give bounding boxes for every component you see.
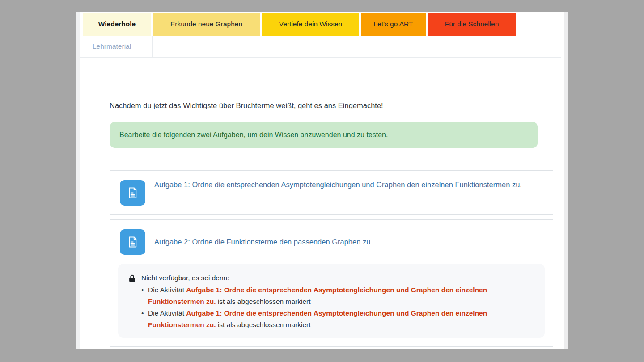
restriction-condition: Die Aktivität Aufgabe 1: Ordne die entsp…	[129, 307, 542, 331]
course-topic-tabs: Wiederhole Erkunde neue Graphen Vertiefe…	[83, 13, 516, 36]
activity-card-aufgabe-2: Aufgabe 2: Ordne die Funktionsterme den …	[110, 219, 553, 347]
page-right-scrollbar[interactable]	[564, 12, 568, 349]
course-subtabs: Lehrmaterial	[80, 36, 561, 58]
tab-lets-go-art[interactable]: Let's go ART	[361, 13, 426, 36]
condition-activity-link[interactable]: Aufgabe 1: Ordne die entsprechenden Asym…	[148, 286, 487, 305]
success-alert: Bearbeite die folgenden zwei Aufgaben, u…	[110, 122, 538, 148]
success-alert-text: Bearbeite die folgenden zwei Aufgaben, u…	[119, 131, 388, 139]
activity-link-aufgabe-1[interactable]: Aufgabe 1: Ordne die entsprechenden Asym…	[154, 178, 525, 191]
page-left-gutter	[76, 12, 80, 349]
condition-prefix: Die Aktivität	[148, 309, 184, 317]
course-page: Wiederhole Erkunde neue Graphen Vertiefe…	[76, 12, 568, 349]
condition-prefix: Die Aktivität	[148, 286, 184, 294]
intro-text: Nachdem du jetzt das Wichtigste über Bru…	[110, 101, 383, 110]
condition-activity-link[interactable]: Aufgabe 1: Ordne die entsprechenden Asym…	[148, 309, 487, 328]
availability-restriction-box: Nicht verfügbar, es sei denn: Die Aktivi…	[118, 264, 545, 338]
tab-fuer-die-schnellen[interactable]: Für die Schnellen	[428, 13, 516, 36]
tab-wiederhole[interactable]: Wiederhole	[83, 13, 151, 36]
restriction-header-text: Nicht verfügbar, es sei denn:	[141, 272, 229, 284]
restriction-header: Nicht verfügbar, es sei denn:	[129, 272, 534, 284]
activity-link-aufgabe-2[interactable]: Aufgabe 2: Ordne die Funktionsterme den …	[154, 236, 525, 248]
document-icon	[120, 229, 145, 255]
activity-card-aufgabe-1: Aufgabe 1: Ordne die entsprechenden Asym…	[110, 170, 553, 215]
tab-erkunde-neue-graphen[interactable]: Erkunde neue Graphen	[153, 13, 260, 36]
tab-vertiefe-dein-wissen[interactable]: Vertiefe dein Wissen	[262, 13, 359, 36]
condition-suffix: ist als abgeschlossen markiert	[218, 298, 311, 305]
restriction-condition-list: Die Aktivität Aufgabe 1: Ordne die entsp…	[129, 284, 534, 331]
document-icon	[120, 180, 145, 206]
tab-lehrmaterial[interactable]: Lehrmaterial	[83, 36, 153, 57]
lock-icon	[129, 274, 136, 282]
condition-suffix: ist als abgeschlossen markiert	[218, 321, 311, 328]
restriction-condition: Die Aktivität Aufgabe 1: Ordne die entsp…	[129, 284, 542, 307]
